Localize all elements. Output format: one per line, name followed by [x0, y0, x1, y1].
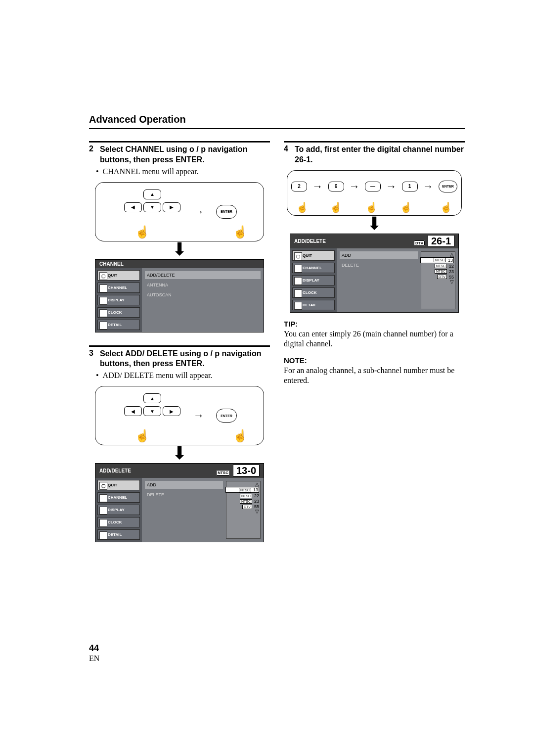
menu-side-item: ✦CHANNEL — [97, 283, 140, 293]
arrow-down-icon: ⬇ — [284, 215, 465, 233]
hand-icon: ☝ — [440, 201, 452, 213]
step-note: ADD/ DELETE menu will appear. — [89, 371, 270, 380]
step-note: CHANNEL menu will appear. — [89, 167, 270, 176]
step-number: 2 — [89, 144, 96, 165]
menu-side-item: ◷CLOCK — [292, 287, 335, 298]
channel-number: 26-1 — [428, 235, 454, 247]
menu-side-item: ◷CLOCK — [97, 307, 140, 318]
nav-right-icon: ▶ — [163, 202, 180, 212]
hand-icon: ☝ — [135, 225, 150, 239]
hand-icon: ☝ — [365, 201, 378, 213]
note-heading: NOTE: — [284, 356, 465, 365]
arrow-right-icon: → — [312, 180, 323, 193]
hand-icon: ☝ — [296, 201, 309, 213]
hand-icon: ☝ — [330, 201, 342, 213]
digit-button: 1 — [402, 182, 418, 191]
dash-button: — — [365, 182, 381, 191]
channel-menu: CHANNEL ▢QUIT ✦CHANNEL ▭DISPLAY ◷CLOCK ◌… — [95, 259, 264, 332]
menu-option: ADD/DELETE — [145, 271, 261, 279]
add-delete-menu: ADD/DELETE DTV26-1 ▢QUIT ✦CHANNEL ▭DISPL… — [290, 234, 459, 313]
arrow-down-icon: ⬇ — [89, 444, 270, 462]
remote-diagram: ▲ ▼ ◀ ▶ → ENTER ☝ ☝ — [95, 182, 264, 241]
menu-side-item: ▭DISPLAY — [292, 275, 335, 285]
digit-button: 2 — [291, 182, 307, 191]
menu-side-item: ▭DISPLAY — [97, 505, 140, 515]
arrow-down-icon: ⬇ — [89, 240, 270, 258]
signal-badge: DTV — [414, 240, 425, 246]
enter-button: ENTER — [439, 181, 457, 192]
nav-up-icon: ▲ — [143, 189, 161, 199]
menu-side-item: ▭DISPLAY — [97, 295, 140, 305]
menu-option: DELETE — [145, 491, 223, 499]
divider — [89, 141, 270, 142]
hand-icon: ☝ — [233, 429, 248, 443]
language-code: EN — [89, 654, 99, 663]
section-heading: Advanced Operation — [89, 114, 465, 125]
add-delete-menu: ADD/DELETE NTSC13-0 ▢QUIT ✦CHANNEL ▭DISP… — [95, 463, 264, 542]
step-text: Select CHANNEL using o / p navigation bu… — [100, 144, 270, 165]
divider — [89, 345, 270, 347]
scroll-down-icon: ▽ — [450, 280, 454, 284]
step-text: Select ADD/ DELETE using o / p navigatio… — [100, 349, 270, 370]
channel-list: △ NTSC13 NTSC22 NTSC23 DTV55 ▽ — [421, 251, 455, 309]
button-sequence: 2 → 6 → — → 1 → ENTER ☝ ☝ ☝ ☝ ☝ — [287, 170, 462, 216]
signal-badge: NTSC — [216, 470, 230, 475]
menu-side-item: ◌DETAIL — [97, 320, 140, 330]
scroll-up-icon: △ — [255, 482, 259, 486]
nav-left-icon: ◀ — [124, 406, 142, 416]
step-number: 3 — [89, 349, 96, 370]
menu-side-item: ◌DETAIL — [292, 300, 335, 310]
tip-body: You can enter simply 26 (main channel nu… — [284, 329, 465, 349]
hand-icon: ☝ — [233, 225, 248, 239]
menu-side-item: ◌DETAIL — [97, 529, 140, 540]
menu-title: CHANNEL — [99, 261, 124, 267]
menu-side-item: ▢QUIT — [97, 270, 140, 281]
menu-side-item: ✦CHANNEL — [292, 263, 335, 273]
nav-left-icon: ◀ — [124, 202, 142, 212]
divider — [284, 141, 465, 142]
divider — [89, 128, 465, 129]
tip-heading: TIP: — [284, 320, 465, 328]
arrow-right-icon: → — [423, 180, 434, 193]
menu-option: AUTOSCAN — [145, 291, 261, 299]
menu-side-item: ✦CHANNEL — [97, 492, 140, 503]
menu-option: DELETE — [340, 261, 418, 269]
page-number: 44 — [89, 643, 99, 654]
channel-number: 13-0 — [233, 465, 260, 476]
menu-side-item: ◷CLOCK — [97, 517, 140, 527]
nav-right-icon: ▶ — [163, 406, 180, 416]
arrow-right-icon: → — [386, 180, 397, 193]
menu-option: ANTENNA — [145, 281, 261, 289]
arrow-right-icon: → — [193, 205, 204, 218]
menu-title: ADD/DELETE — [294, 238, 326, 244]
hand-icon: ☝ — [135, 429, 150, 443]
scroll-down-icon: ▽ — [255, 510, 259, 514]
scroll-up-icon: △ — [450, 253, 454, 257]
nav-up-icon: ▲ — [143, 393, 161, 403]
channel-list: △ NTSC13 NTSC22 NTSC23 DTV55 ▽ — [226, 481, 261, 539]
step-text: To add, first enter the digital channel … — [295, 144, 465, 165]
digit-button: 6 — [328, 182, 344, 191]
arrow-right-icon: → — [349, 180, 360, 193]
step-number: 4 — [284, 144, 291, 165]
remote-diagram: ▲ ▼ ◀ ▶ → ENTER ☝ ☝ — [95, 386, 264, 445]
arrow-right-icon: → — [193, 409, 204, 422]
hand-icon: ☝ — [400, 201, 412, 213]
enter-button: ENTER — [216, 409, 237, 423]
menu-option: ADD — [145, 481, 223, 489]
menu-side-item: ▢QUIT — [292, 250, 335, 261]
nav-down-icon: ▼ — [143, 406, 161, 416]
menu-side-item: ▢QUIT — [97, 480, 140, 490]
nav-down-icon: ▼ — [143, 202, 161, 212]
note-body: For an analog channel, a sub-channel num… — [284, 366, 465, 386]
menu-option: ADD — [340, 251, 418, 259]
menu-title: ADD/DELETE — [99, 468, 131, 473]
enter-button: ENTER — [216, 205, 237, 219]
